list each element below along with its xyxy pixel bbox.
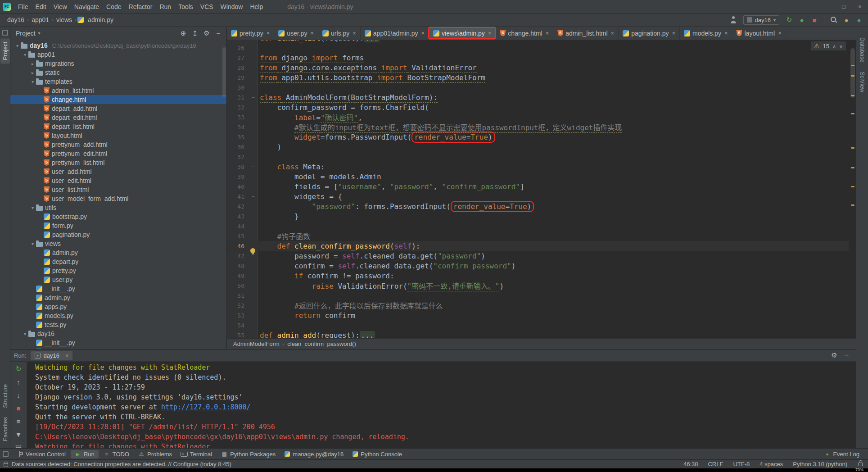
tool-strip-tab-project[interactable]: Project xyxy=(0,38,10,64)
hide-icon[interactable]: − xyxy=(841,350,852,360)
menu-tools[interactable]: Tools xyxy=(175,1,197,12)
settings-icon[interactable]: ⚙ xyxy=(201,28,212,38)
tree-item-depart-list-html[interactable]: depart_list.html xyxy=(10,122,226,131)
tool-window-button-version-control[interactable]: Version Control xyxy=(13,450,70,458)
debug-icon[interactable]: ● xyxy=(796,15,807,25)
code-line[interactable]: 37 xyxy=(227,152,849,162)
select-opened-file-icon[interactable]: ⊕ xyxy=(178,28,189,38)
tab-admin-list-html[interactable]: admin_list.html× xyxy=(553,27,619,40)
code-line[interactable]: 38− class Meta: xyxy=(227,162,849,172)
code-line[interactable]: 36 ) xyxy=(227,142,849,152)
editor-scrollbar[interactable] xyxy=(850,40,856,338)
chevron-down-icon[interactable]: ▾ xyxy=(22,52,28,57)
breadcrumb-item-day16[interactable]: day16 xyxy=(5,15,26,24)
code-line[interactable]: 28from django.core.exceptions import Val… xyxy=(227,63,849,73)
rerun-icon[interactable]: ↻ xyxy=(784,15,795,25)
inspection-widget[interactable]: 15 xyxy=(811,41,846,50)
tree-item-user-list-html[interactable]: user_list.html xyxy=(10,185,226,194)
tree-item-layout-html[interactable]: layout.html xyxy=(10,131,226,140)
chevron-down-icon[interactable]: ▾ xyxy=(29,79,36,84)
user-icon[interactable] xyxy=(728,15,739,25)
breadcrumb-item-app01[interactable]: app01 xyxy=(30,15,51,24)
code-line[interactable]: 47 password = self.cleaned_data.get("pas… xyxy=(227,251,849,261)
close-icon[interactable]: × xyxy=(267,30,270,36)
scroll-to-end-icon[interactable]: ▼ xyxy=(13,429,24,439)
hide-icon[interactable]: − xyxy=(213,28,224,38)
code-line[interactable]: 30 xyxy=(227,82,849,92)
close-icon[interactable]: × xyxy=(778,30,782,36)
tree-item-apps-py[interactable]: apps.py xyxy=(10,302,226,311)
tab-change-html[interactable]: change.html× xyxy=(496,27,553,40)
menu-refactor[interactable]: Refactor xyxy=(125,1,156,12)
tab-urls-py[interactable]: urls.py× xyxy=(318,27,361,40)
search-icon[interactable] xyxy=(828,15,839,25)
tree-item-admin-py[interactable]: admin.py xyxy=(10,293,226,302)
code-line[interactable]: 42 "password": forms.PasswordInput(rende… xyxy=(227,201,849,211)
tool-window-button-python-console[interactable]: Python Console xyxy=(348,450,406,458)
status-4-spaces[interactable]: 4 spaces xyxy=(760,461,783,467)
project-tool-icon[interactable] xyxy=(2,30,8,36)
project-scrollbar[interactable] xyxy=(222,47,226,97)
profile-indicator-icon[interactable]: ● xyxy=(854,15,864,25)
collapse-all-icon[interactable]: ↥ xyxy=(190,28,200,38)
tab-user-py[interactable]: user.py× xyxy=(274,27,318,40)
tree-item-prettynum-list-html[interactable]: prettynum_list.html xyxy=(10,158,226,167)
tree-item-app01[interactable]: ▾app01 xyxy=(10,50,226,59)
code-line[interactable]: 35 widget=forms.PasswordInput(render_val… xyxy=(227,132,849,142)
tool-window-button-problems[interactable]: Problems xyxy=(134,450,176,458)
chevron-down-icon[interactable]: ▾ xyxy=(14,43,21,48)
chevron-down-icon[interactable]: ▾ xyxy=(38,31,41,36)
tree-item-depart-edit-html[interactable]: depart_edit.html xyxy=(10,113,226,122)
tree-item-day16[interactable]: ▾day16C:\Users\lenovo\Desktop\dj_base\py… xyxy=(10,41,226,50)
code-line[interactable]: 55def admin_add(request):... xyxy=(227,330,849,338)
tool-strip-tab-sciview[interactable]: SciView xyxy=(858,68,867,96)
tab-pagination-py[interactable]: pagination.py× xyxy=(619,27,680,40)
code-line[interactable]: 39 model = models.Admin xyxy=(227,172,849,182)
chevron-down-icon[interactable]: ▾ xyxy=(29,241,36,246)
tree-item-pretty-py[interactable]: pretty.py xyxy=(10,266,226,275)
close-icon[interactable]: × xyxy=(421,30,425,36)
tool-strip-tab-database[interactable]: Database xyxy=(858,34,867,66)
tree-item-models-py[interactable]: models.py xyxy=(10,311,226,320)
tree-item-bootstrap-py[interactable]: bootstrap.py xyxy=(10,212,226,221)
tree-item-asgi-py[interactable]: asgi.py xyxy=(10,347,226,349)
chevron-down-icon[interactable]: ▾ xyxy=(22,331,28,336)
close-icon[interactable]: × xyxy=(546,30,549,36)
soft-wrap-icon[interactable]: ≡ xyxy=(13,416,24,426)
tool-window-button-terminal[interactable]: Terminal xyxy=(177,450,216,458)
tool-window-button-event-log[interactable]: Event Log xyxy=(820,450,863,458)
tree-item-depart-py[interactable]: depart.py xyxy=(10,257,226,266)
menu-help[interactable]: Help xyxy=(246,1,267,12)
server-url-link[interactable]: http://127.0.0.1:8000/ xyxy=(161,403,251,411)
chevron-right-icon[interactable]: ▸ xyxy=(29,61,36,66)
chevron-right-icon[interactable]: ▸ xyxy=(29,70,36,75)
tree-item-admin-list-html[interactable]: admin_list.html xyxy=(10,86,226,95)
run-tab-day16[interactable]: day16 × xyxy=(31,351,72,360)
code-line[interactable]: 46 def clean_confirm_password(self): xyxy=(227,241,849,251)
tree-item-form-py[interactable]: form.py xyxy=(10,221,226,230)
tab-app01-admin-py[interactable]: app01\admin.py× xyxy=(361,27,429,40)
close-icon[interactable]: × xyxy=(65,352,69,359)
breadcrumb-item-admin-py[interactable]: admin.py xyxy=(86,15,115,24)
code-line[interactable]: 53 return confirm xyxy=(227,310,849,320)
code-line[interactable]: 50 raise ValidationError("密码不一致,请重新输入。") xyxy=(227,281,849,290)
tree-item-tests-py[interactable]: tests.py xyxy=(10,320,226,329)
code-line[interactable]: 49 if confirm != password: xyxy=(227,271,849,281)
status-message[interactable]: Data sources detected: Connection proper… xyxy=(12,461,231,467)
breadcrumb-item-clean-confirm-password[interactable]: clean_confirm_password() xyxy=(287,340,356,347)
tree-item-change-html[interactable]: change.html xyxy=(10,95,226,104)
close-icon[interactable]: × xyxy=(672,30,675,36)
close-button[interactable]: × xyxy=(852,0,868,13)
menu-code[interactable]: Code xyxy=(103,1,125,12)
tool-window-button-todo[interactable]: TODO xyxy=(99,450,133,458)
code-line[interactable]: 29from app01.utils.bootstrap import Boot… xyxy=(227,73,849,82)
prev-warning-icon[interactable] xyxy=(832,43,836,50)
tree-item-prettynum-add-html[interactable]: prettynum_add.html xyxy=(10,140,226,149)
code-line[interactable]: 54 xyxy=(227,320,849,330)
rerun-icon[interactable]: ↻ xyxy=(13,364,24,374)
code-line[interactable]: 32 confirm_password = forms.CharField( xyxy=(227,102,849,112)
console-output[interactable]: Watching for file changes with StatReloa… xyxy=(27,362,856,448)
breadcrumb-item-views[interactable]: views xyxy=(54,15,74,24)
code-line[interactable]: 26 xyxy=(227,43,849,53)
tree-item-templates[interactable]: ▾templates xyxy=(10,77,226,86)
